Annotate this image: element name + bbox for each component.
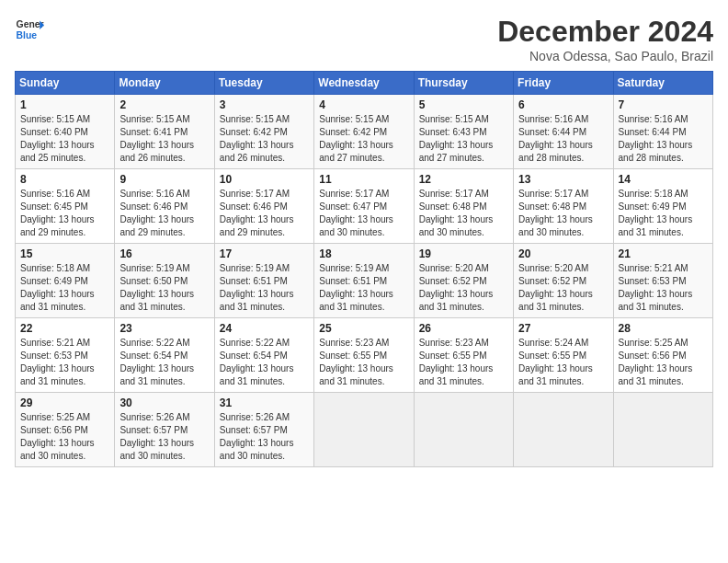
day-number: 7	[619, 98, 708, 111]
weekday-header: Thursday	[414, 72, 513, 95]
calendar-cell: 2Sunrise: 5:15 AMSunset: 6:41 PMDaylight…	[115, 95, 214, 169]
calendar-cell: 30Sunrise: 5:26 AMSunset: 6:57 PMDayligh…	[115, 393, 214, 467]
calendar-cell: 27Sunrise: 5:24 AMSunset: 6:55 PMDayligh…	[514, 318, 613, 393]
day-number: 31	[220, 396, 309, 409]
day-info: Sunrise: 5:25 AMSunset: 6:56 PMDaylight:…	[20, 411, 109, 463]
day-number: 20	[518, 247, 608, 260]
weekday-header: Wednesday	[314, 72, 414, 95]
day-number: 4	[319, 98, 408, 111]
day-number: 21	[619, 247, 708, 260]
calendar-cell: 15Sunrise: 5:18 AMSunset: 6:49 PMDayligh…	[16, 244, 115, 318]
calendar-cell: 31Sunrise: 5:26 AMSunset: 6:57 PMDayligh…	[214, 393, 313, 467]
calendar-cell: 5Sunrise: 5:15 AMSunset: 6:43 PMDaylight…	[414, 95, 513, 169]
calendar-cell: 19Sunrise: 5:20 AMSunset: 6:52 PMDayligh…	[414, 244, 513, 318]
calendar-cell: 14Sunrise: 5:18 AMSunset: 6:49 PMDayligh…	[613, 169, 712, 244]
day-info: Sunrise: 5:22 AMSunset: 6:54 PMDaylight:…	[220, 337, 309, 388]
day-info: Sunrise: 5:18 AMSunset: 6:49 PMDaylight:…	[619, 188, 708, 239]
day-number: 24	[220, 322, 309, 335]
weekday-header: Saturday	[613, 72, 712, 95]
day-number: 15	[20, 247, 109, 260]
calendar-location: Nova Odessa, Sao Paulo, Brazil	[497, 49, 713, 63]
day-number: 28	[619, 322, 708, 335]
day-info: Sunrise: 5:15 AMSunset: 6:41 PMDaylight:…	[119, 113, 209, 165]
calendar-cell: 13Sunrise: 5:17 AMSunset: 6:48 PMDayligh…	[514, 169, 613, 244]
day-number: 25	[319, 322, 408, 335]
calendar-week-row: 15Sunrise: 5:18 AMSunset: 6:49 PMDayligh…	[16, 244, 713, 318]
calendar-cell: 26Sunrise: 5:23 AMSunset: 6:55 PMDayligh…	[414, 318, 513, 393]
calendar-cell: 11Sunrise: 5:17 AMSunset: 6:47 PMDayligh…	[314, 169, 414, 244]
day-number: 5	[419, 98, 508, 111]
calendar-cell	[314, 393, 414, 467]
day-number: 14	[619, 173, 708, 186]
day-info: Sunrise: 5:15 AMSunset: 6:43 PMDaylight:…	[419, 113, 508, 165]
calendar-week-row: 22Sunrise: 5:21 AMSunset: 6:53 PMDayligh…	[16, 318, 713, 393]
day-info: Sunrise: 5:15 AMSunset: 6:40 PMDaylight:…	[20, 113, 109, 165]
day-info: Sunrise: 5:18 AMSunset: 6:49 PMDaylight:…	[20, 262, 109, 314]
day-info: Sunrise: 5:17 AMSunset: 6:46 PMDaylight:…	[220, 188, 309, 239]
calendar-cell: 10Sunrise: 5:17 AMSunset: 6:46 PMDayligh…	[214, 169, 313, 244]
calendar-cell: 7Sunrise: 5:16 AMSunset: 6:44 PMDaylight…	[613, 95, 712, 169]
calendar-cell: 23Sunrise: 5:22 AMSunset: 6:54 PMDayligh…	[115, 318, 214, 393]
day-number: 26	[419, 322, 508, 335]
calendar-cell: 1Sunrise: 5:15 AMSunset: 6:40 PMDaylight…	[16, 95, 115, 169]
calendar-week-row: 1Sunrise: 5:15 AMSunset: 6:40 PMDaylight…	[16, 95, 713, 169]
calendar-cell: 8Sunrise: 5:16 AMSunset: 6:45 PMDaylight…	[16, 169, 115, 244]
day-info: Sunrise: 5:16 AMSunset: 6:46 PMDaylight:…	[119, 188, 209, 239]
day-info: Sunrise: 5:17 AMSunset: 6:47 PMDaylight:…	[319, 188, 408, 239]
calendar-cell: 25Sunrise: 5:23 AMSunset: 6:55 PMDayligh…	[314, 318, 414, 393]
calendar-title: December 2024	[497, 15, 713, 49]
weekday-header: Friday	[514, 72, 613, 95]
day-info: Sunrise: 5:24 AMSunset: 6:55 PMDaylight:…	[518, 337, 608, 388]
day-info: Sunrise: 5:17 AMSunset: 6:48 PMDaylight:…	[518, 188, 608, 239]
day-info: Sunrise: 5:21 AMSunset: 6:53 PMDaylight:…	[619, 262, 708, 314]
day-number: 18	[319, 247, 408, 260]
day-info: Sunrise: 5:16 AMSunset: 6:45 PMDaylight:…	[20, 188, 109, 239]
logo-icon: General Blue	[15, 15, 44, 44]
calendar-cell: 4Sunrise: 5:15 AMSunset: 6:42 PMDaylight…	[314, 95, 414, 169]
day-number: 17	[220, 247, 309, 260]
title-block: December 2024 Nova Odessa, Sao Paulo, Br…	[497, 15, 713, 63]
day-info: Sunrise: 5:23 AMSunset: 6:55 PMDaylight:…	[319, 337, 408, 388]
day-number: 16	[119, 247, 209, 260]
calendar-cell	[414, 393, 513, 467]
calendar-cell: 12Sunrise: 5:17 AMSunset: 6:48 PMDayligh…	[414, 169, 513, 244]
weekday-header: Monday	[115, 72, 214, 95]
day-info: Sunrise: 5:16 AMSunset: 6:44 PMDaylight:…	[619, 113, 708, 165]
day-info: Sunrise: 5:15 AMSunset: 6:42 PMDaylight:…	[220, 113, 309, 165]
day-number: 27	[518, 322, 608, 335]
weekday-header-row: SundayMondayTuesdayWednesdayThursdayFrid…	[16, 72, 713, 95]
calendar-cell: 22Sunrise: 5:21 AMSunset: 6:53 PMDayligh…	[16, 318, 115, 393]
calendar-cell: 20Sunrise: 5:20 AMSunset: 6:52 PMDayligh…	[514, 244, 613, 318]
day-number: 10	[220, 173, 309, 186]
calendar-cell	[613, 393, 712, 467]
weekday-header: Tuesday	[214, 72, 313, 95]
day-number: 3	[220, 98, 309, 111]
calendar-cell	[514, 393, 613, 467]
svg-text:Blue: Blue	[17, 30, 38, 40]
page-header: General Blue December 2024 Nova Odessa, …	[15, 15, 713, 63]
calendar-table: SundayMondayTuesdayWednesdayThursdayFrid…	[15, 71, 713, 467]
calendar-week-row: 29Sunrise: 5:25 AMSunset: 6:56 PMDayligh…	[16, 393, 713, 467]
day-number: 12	[419, 173, 508, 186]
calendar-week-row: 8Sunrise: 5:16 AMSunset: 6:45 PMDaylight…	[16, 169, 713, 244]
day-number: 11	[319, 173, 408, 186]
day-info: Sunrise: 5:20 AMSunset: 6:52 PMDaylight:…	[518, 262, 608, 314]
day-number: 19	[419, 247, 508, 260]
calendar-cell: 28Sunrise: 5:25 AMSunset: 6:56 PMDayligh…	[613, 318, 712, 393]
calendar-cell: 24Sunrise: 5:22 AMSunset: 6:54 PMDayligh…	[214, 318, 313, 393]
day-info: Sunrise: 5:20 AMSunset: 6:52 PMDaylight:…	[419, 262, 508, 314]
calendar-cell: 3Sunrise: 5:15 AMSunset: 6:42 PMDaylight…	[214, 95, 313, 169]
day-number: 6	[518, 98, 608, 111]
day-number: 13	[518, 173, 608, 186]
calendar-cell: 21Sunrise: 5:21 AMSunset: 6:53 PMDayligh…	[613, 244, 712, 318]
calendar-cell: 17Sunrise: 5:19 AMSunset: 6:51 PMDayligh…	[214, 244, 313, 318]
day-info: Sunrise: 5:26 AMSunset: 6:57 PMDaylight:…	[119, 411, 209, 463]
day-number: 30	[119, 396, 209, 409]
calendar-cell: 29Sunrise: 5:25 AMSunset: 6:56 PMDayligh…	[16, 393, 115, 467]
day-info: Sunrise: 5:26 AMSunset: 6:57 PMDaylight:…	[220, 411, 309, 463]
day-info: Sunrise: 5:25 AMSunset: 6:56 PMDaylight:…	[619, 337, 708, 388]
day-number: 9	[119, 173, 209, 186]
day-number: 8	[20, 173, 109, 186]
calendar-cell: 18Sunrise: 5:19 AMSunset: 6:51 PMDayligh…	[314, 244, 414, 318]
day-number: 23	[119, 322, 209, 335]
